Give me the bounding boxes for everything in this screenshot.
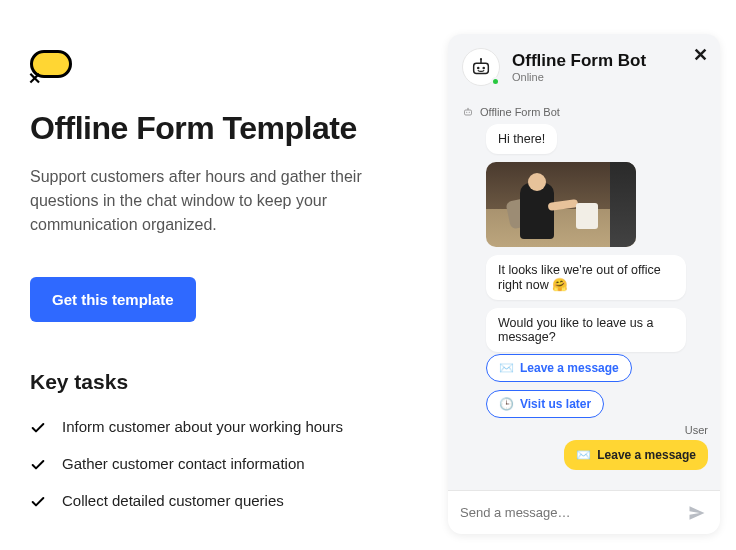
thread-bot-label: Offline Form Bot [480,106,560,118]
quick-reply-group: ✉️ Leave a message 🕒 Visit us later [460,354,708,418]
status-dot-icon [491,77,500,86]
task-item: Collect detailed customer queries [30,492,410,513]
svg-point-1 [477,67,480,70]
bot-status: Online [512,71,646,83]
left-column: ✕ Offline Form Template Support customer… [0,0,440,550]
svg-point-7 [469,112,470,113]
svg-point-2 [482,67,485,70]
chat-widget: Offline Form Bot Online ✕ Offline Form B… [448,34,720,534]
header-text: Offline Form Bot Online [512,51,646,83]
bot-mini-icon [462,106,474,118]
user-selection-bubble: ✉️ Leave a message [564,440,708,470]
task-item: Gather customer contact information [30,455,410,476]
page-subtitle: Support customers after hours and gather… [30,165,390,237]
quick-reply-label: Leave a message [520,361,619,375]
bot-message-prompt: Would you like to leave us a message? [486,308,686,352]
check-icon [30,494,46,513]
brand-logo: ✕ [30,50,76,84]
bot-messages: Hi there! It looks like we're out of off… [460,124,708,352]
task-item: Inform customer about your working hours [30,418,410,439]
reaction-gif [486,162,636,247]
task-text: Inform customer about your working hours [62,418,343,435]
svg-point-4 [480,58,482,60]
svg-point-9 [468,108,469,109]
bot-icon [470,56,492,78]
bot-name: Offline Form Bot [512,51,646,71]
page-title: Offline Form Template [30,110,410,147]
quick-reply-leave-message[interactable]: ✉️ Leave a message [486,354,632,382]
clock-icon: 🕒 [499,397,514,411]
svg-rect-5 [465,110,472,115]
user-row: User ✉️ Leave a message [460,424,708,470]
task-text: Gather customer contact information [62,455,305,472]
bot-message-hi: Hi there! [486,124,557,154]
composer [448,490,720,534]
get-template-button[interactable]: Get this template [30,277,196,322]
envelope-icon: ✉️ [576,448,591,462]
bot-avatar [462,48,500,86]
bot-message-out-of-office: It looks like we're out of office right … [486,255,686,300]
right-column: Offline Form Bot Online ✕ Offline Form B… [440,0,736,550]
close-icon[interactable]: ✕ [693,46,708,64]
user-label: User [685,424,708,436]
send-icon [687,503,707,523]
key-tasks-list: Inform customer about your working hours… [30,418,410,513]
message-input[interactable] [460,505,678,520]
svg-point-6 [466,112,467,113]
user-selection-text: Leave a message [597,448,696,462]
envelope-icon: ✉️ [499,361,514,375]
send-button[interactable] [686,502,708,524]
thread-bot-label-row: Offline Form Bot [462,106,708,118]
check-icon [30,457,46,476]
message-thread: Offline Form Bot Hi there! It looks like… [448,98,720,490]
task-text: Collect detailed customer queries [62,492,284,509]
quick-reply-label: Visit us later [520,397,591,411]
page-root: ✕ Offline Form Template Support customer… [0,0,736,550]
widget-header: Offline Form Bot Online ✕ [448,34,720,98]
quick-reply-visit-later[interactable]: 🕒 Visit us later [486,390,604,418]
check-icon [30,420,46,439]
key-tasks-heading: Key tasks [30,370,410,394]
